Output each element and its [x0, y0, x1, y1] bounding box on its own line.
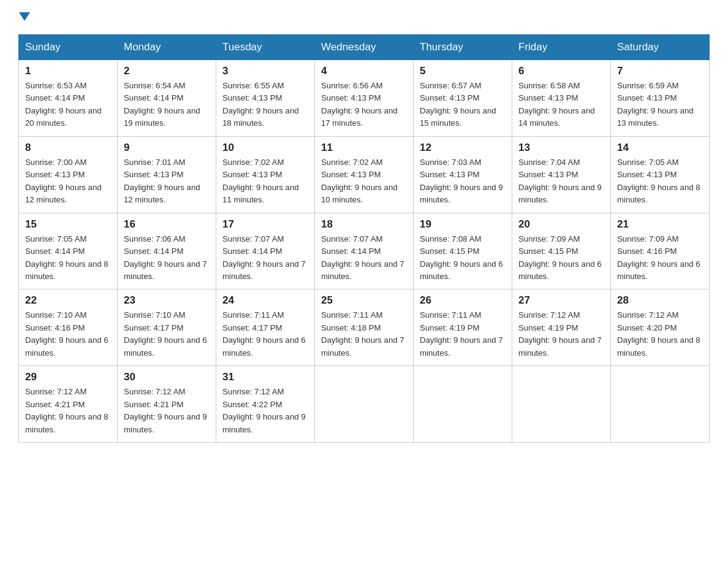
day-info: Sunrise: 7:11 AMSunset: 4:19 PMDaylight:…: [420, 309, 506, 359]
day-number: 30: [124, 371, 210, 383]
calendar-cell: 4Sunrise: 6:56 AMSunset: 4:13 PMDaylight…: [315, 60, 414, 137]
day-info: Sunrise: 6:56 AMSunset: 4:13 PMDaylight:…: [321, 80, 407, 130]
day-number: 19: [420, 218, 506, 231]
day-number: 10: [222, 142, 308, 154]
page-header: [18, 12, 710, 23]
day-info: Sunrise: 7:12 AMSunset: 4:21 PMDaylight:…: [25, 386, 111, 436]
day-number: 24: [222, 294, 308, 307]
day-number: 23: [124, 294, 210, 307]
day-number: 26: [420, 294, 506, 307]
day-number: 27: [518, 294, 604, 307]
day-header-sunday: Sunday: [19, 35, 118, 60]
day-number: 25: [321, 294, 407, 307]
day-info: Sunrise: 7:03 AMSunset: 4:13 PMDaylight:…: [420, 156, 506, 207]
calendar-cell: 5Sunrise: 6:57 AMSunset: 4:13 PMDaylight…: [414, 60, 512, 137]
day-info: Sunrise: 7:02 AMSunset: 4:13 PMDaylight:…: [321, 156, 407, 207]
calendar-cell: 30Sunrise: 7:12 AMSunset: 4:21 PMDayligh…: [118, 366, 216, 443]
day-number: 4: [321, 65, 407, 77]
calendar-cell: 21Sunrise: 7:09 AMSunset: 4:16 PMDayligh…: [611, 213, 710, 289]
day-number: 14: [617, 142, 703, 154]
week-row-3: 15Sunrise: 7:05 AMSunset: 4:14 PMDayligh…: [19, 213, 710, 289]
day-info: Sunrise: 7:09 AMSunset: 4:16 PMDaylight:…: [617, 233, 703, 283]
day-number: 9: [124, 142, 210, 154]
day-header-thursday: Thursday: [414, 35, 512, 60]
day-info: Sunrise: 7:01 AMSunset: 4:13 PMDaylight:…: [124, 156, 210, 207]
calendar-cell: 11Sunrise: 7:02 AMSunset: 4:13 PMDayligh…: [315, 136, 414, 213]
day-number: 8: [25, 142, 111, 154]
calendar-cell: 26Sunrise: 7:11 AMSunset: 4:19 PMDayligh…: [414, 289, 512, 366]
calendar-cell: 31Sunrise: 7:12 AMSunset: 4:22 PMDayligh…: [216, 366, 315, 443]
day-info: Sunrise: 7:09 AMSunset: 4:15 PMDaylight:…: [518, 233, 604, 283]
day-header-saturday: Saturday: [611, 35, 710, 60]
calendar-cell: [315, 366, 414, 443]
day-info: Sunrise: 7:12 AMSunset: 4:22 PMDaylight:…: [222, 386, 308, 436]
day-number: 21: [617, 218, 703, 231]
calendar-cell: [611, 366, 710, 443]
calendar-table: SundayMondayTuesdayWednesdayThursdayFrid…: [18, 34, 710, 443]
day-number: 6: [518, 65, 604, 77]
calendar-cell: 23Sunrise: 7:10 AMSunset: 4:17 PMDayligh…: [118, 289, 216, 366]
day-info: Sunrise: 6:54 AMSunset: 4:14 PMDaylight:…: [124, 80, 210, 130]
week-row-2: 8Sunrise: 7:00 AMSunset: 4:13 PMDaylight…: [19, 136, 710, 213]
day-info: Sunrise: 7:05 AMSunset: 4:13 PMDaylight:…: [617, 156, 703, 207]
day-info: Sunrise: 7:08 AMSunset: 4:15 PMDaylight:…: [420, 233, 506, 283]
day-number: 31: [222, 371, 308, 383]
calendar-cell: 14Sunrise: 7:05 AMSunset: 4:13 PMDayligh…: [611, 136, 710, 213]
day-number: 7: [617, 65, 703, 77]
calendar-cell: 16Sunrise: 7:06 AMSunset: 4:14 PMDayligh…: [118, 213, 216, 289]
day-header-tuesday: Tuesday: [216, 35, 315, 60]
week-row-5: 29Sunrise: 7:12 AMSunset: 4:21 PMDayligh…: [19, 366, 710, 443]
day-info: Sunrise: 7:04 AMSunset: 4:13 PMDaylight:…: [518, 156, 604, 207]
day-info: Sunrise: 7:05 AMSunset: 4:14 PMDaylight:…: [25, 233, 111, 283]
day-number: 22: [25, 294, 111, 307]
calendar-cell: 28Sunrise: 7:12 AMSunset: 4:20 PMDayligh…: [611, 289, 710, 366]
calendar-cell: 22Sunrise: 7:10 AMSunset: 4:16 PMDayligh…: [19, 289, 118, 366]
days-header-row: SundayMondayTuesdayWednesdayThursdayFrid…: [19, 35, 710, 60]
day-info: Sunrise: 6:53 AMSunset: 4:14 PMDaylight:…: [25, 80, 111, 130]
day-info: Sunrise: 6:59 AMSunset: 4:13 PMDaylight:…: [617, 80, 703, 130]
day-header-wednesday: Wednesday: [315, 35, 414, 60]
day-info: Sunrise: 7:12 AMSunset: 4:20 PMDaylight:…: [617, 309, 703, 359]
day-number: 12: [420, 142, 506, 154]
week-row-4: 22Sunrise: 7:10 AMSunset: 4:16 PMDayligh…: [19, 289, 710, 366]
day-info: Sunrise: 6:55 AMSunset: 4:13 PMDaylight:…: [222, 80, 308, 130]
day-info: Sunrise: 6:58 AMSunset: 4:13 PMDaylight:…: [518, 80, 604, 130]
day-number: 13: [518, 142, 604, 154]
calendar-cell: 13Sunrise: 7:04 AMSunset: 4:13 PMDayligh…: [512, 136, 611, 213]
day-info: Sunrise: 7:10 AMSunset: 4:17 PMDaylight:…: [124, 309, 210, 359]
day-number: 2: [124, 65, 210, 77]
day-info: Sunrise: 7:02 AMSunset: 4:13 PMDaylight:…: [222, 156, 308, 207]
day-number: 15: [25, 218, 111, 231]
calendar-cell: 12Sunrise: 7:03 AMSunset: 4:13 PMDayligh…: [414, 136, 512, 213]
calendar-cell: [512, 366, 611, 443]
day-info: Sunrise: 7:11 AMSunset: 4:17 PMDaylight:…: [222, 309, 308, 359]
day-number: 11: [321, 142, 407, 154]
day-info: Sunrise: 7:10 AMSunset: 4:16 PMDaylight:…: [25, 309, 111, 359]
calendar-cell: 2Sunrise: 6:54 AMSunset: 4:14 PMDaylight…: [118, 60, 216, 137]
calendar-cell: 29Sunrise: 7:12 AMSunset: 4:21 PMDayligh…: [19, 366, 118, 443]
calendar-cell: 24Sunrise: 7:11 AMSunset: 4:17 PMDayligh…: [216, 289, 315, 366]
day-number: 3: [222, 65, 308, 77]
day-header-friday: Friday: [512, 35, 611, 60]
calendar-cell: 9Sunrise: 7:01 AMSunset: 4:13 PMDaylight…: [118, 136, 216, 213]
day-info: Sunrise: 6:57 AMSunset: 4:13 PMDaylight:…: [420, 80, 506, 130]
day-info: Sunrise: 7:12 AMSunset: 4:19 PMDaylight:…: [518, 309, 604, 359]
day-number: 20: [518, 218, 604, 231]
day-number: 5: [420, 65, 506, 77]
day-number: 18: [321, 218, 407, 231]
day-info: Sunrise: 7:07 AMSunset: 4:14 PMDaylight:…: [321, 233, 407, 283]
day-number: 17: [222, 218, 308, 231]
calendar-cell: 20Sunrise: 7:09 AMSunset: 4:15 PMDayligh…: [512, 213, 611, 289]
day-info: Sunrise: 7:11 AMSunset: 4:18 PMDaylight:…: [321, 309, 407, 359]
logo: [18, 12, 30, 23]
day-info: Sunrise: 7:06 AMSunset: 4:14 PMDaylight:…: [124, 233, 210, 283]
calendar-cell: 17Sunrise: 7:07 AMSunset: 4:14 PMDayligh…: [216, 213, 315, 289]
calendar-cell: [414, 366, 512, 443]
day-number: 28: [617, 294, 703, 307]
day-info: Sunrise: 7:00 AMSunset: 4:13 PMDaylight:…: [25, 156, 111, 207]
calendar-cell: 10Sunrise: 7:02 AMSunset: 4:13 PMDayligh…: [216, 136, 315, 213]
day-info: Sunrise: 7:12 AMSunset: 4:21 PMDaylight:…: [124, 386, 210, 436]
calendar-cell: 15Sunrise: 7:05 AMSunset: 4:14 PMDayligh…: [19, 213, 118, 289]
calendar-cell: 7Sunrise: 6:59 AMSunset: 4:13 PMDaylight…: [611, 60, 710, 137]
day-info: Sunrise: 7:07 AMSunset: 4:14 PMDaylight:…: [222, 233, 308, 283]
